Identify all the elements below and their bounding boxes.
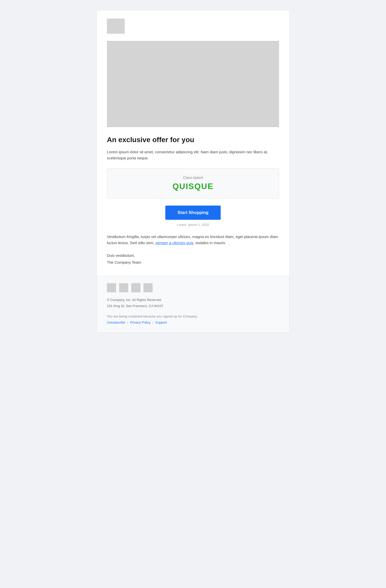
separator-2: | (152, 321, 153, 324)
company-logo (107, 19, 125, 34)
footer-company-name: © Company, Inc. All Rights Reserved. (107, 297, 279, 303)
sign-off-line1: Duis vestibulum, (107, 252, 279, 259)
email-footer: © Company, Inc. All Rights Reserved. 101… (97, 276, 289, 332)
footer-links: Unsubscribe | Privacy Policy | Support (107, 321, 279, 324)
social-icon-2[interactable] (119, 283, 128, 292)
footer-contact-notice: You are being contacted because you sign… (107, 313, 279, 319)
promo-label: Class Aptent (112, 176, 274, 180)
social-icon-3[interactable] (131, 283, 140, 292)
expiry-text: Lorem: Ipsum 1, 2020 (107, 223, 279, 227)
social-icon-4[interactable] (143, 283, 153, 292)
body-text-link[interactable]: semper a ultricies quis (155, 241, 193, 245)
footer-company-info: © Company, Inc. All Rights Reserved. 101… (107, 297, 279, 309)
social-icons-row (107, 283, 279, 292)
sign-off-line2: The Company Team (107, 259, 279, 266)
email-card: An exclusive offer for you Lorem ipsum d… (96, 10, 290, 333)
promo-code: QUISQUE (112, 182, 274, 191)
body-text-end: , sodales in mauris. (193, 241, 226, 245)
offer-description: Lorem ipsum dolor sit amet, consectetur … (107, 149, 279, 161)
body-text: Vestibulum fringilla, turpis vel ullamco… (107, 234, 279, 246)
start-shopping-button[interactable]: Start Shopping (165, 206, 221, 220)
hero-image (107, 41, 279, 127)
separator-1: | (127, 321, 128, 324)
email-body: An exclusive offer for you Lorem ipsum d… (97, 10, 289, 276)
social-icon-1[interactable] (107, 283, 116, 292)
sign-off: Duis vestibulum, The Company Team (107, 252, 279, 266)
page-wrapper: An exclusive offer for you Lorem ipsum d… (96, 10, 290, 578)
offer-title: An exclusive offer for you (107, 135, 279, 144)
cta-section: Start Shopping Lorem: Ipsum 1, 2020 (107, 206, 279, 227)
promo-box: Class Aptent QUISQUE (107, 168, 279, 198)
unsubscribe-link[interactable]: Unsubscribe (107, 321, 125, 324)
footer-address: 101 King St, San Francisco, CA 94107 (107, 303, 279, 309)
support-link[interactable]: Support (155, 321, 167, 324)
privacy-policy-link[interactable]: Privacy Policy (130, 321, 151, 324)
